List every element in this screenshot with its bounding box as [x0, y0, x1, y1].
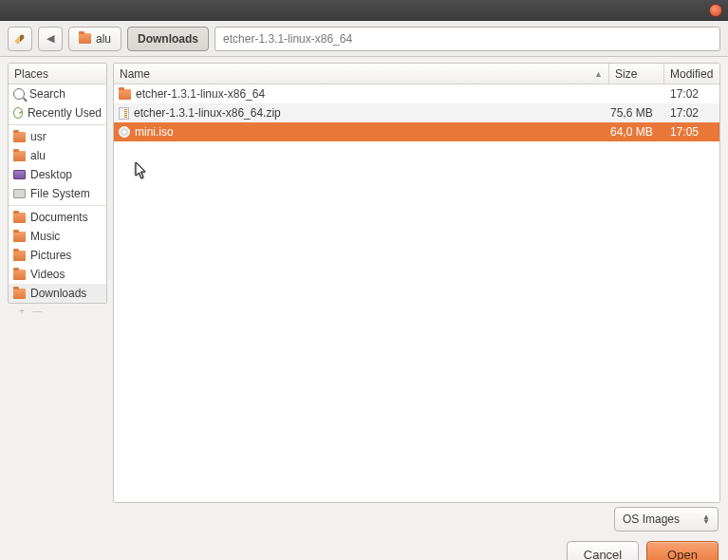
file-modified: 17:05 — [664, 122, 719, 141]
sidebar-item-label: Search — [29, 87, 65, 101]
desktop-icon — [13, 170, 26, 179]
sidebar-item[interactable]: Downloads — [9, 284, 106, 303]
file-list: Name ▲ Size Modified etcher-1.3.1-linux-… — [113, 63, 720, 503]
disc-icon — [119, 126, 130, 138]
sidebar-item[interactable]: Music — [9, 227, 106, 246]
places-header: Places — [9, 64, 106, 84]
file-modified: 17:02 — [664, 84, 719, 103]
file-name: etcher-1.3.1-linux-x86_64.zip — [134, 106, 281, 120]
places-sidebar: Places SearchRecently Used usraluDesktop… — [8, 63, 107, 304]
sidebar-item[interactable]: alu — [9, 146, 106, 165]
archive-icon — [119, 107, 129, 120]
sidebar-item[interactable]: Search — [9, 84, 106, 103]
sidebar-item-label: Documents — [30, 211, 88, 224]
filter-combo[interactable]: OS Images ▲▼ — [614, 507, 719, 532]
sidebar-item-label: Recently Used — [28, 106, 102, 120]
sidebar-item[interactable]: Desktop — [9, 165, 106, 184]
column-header-name[interactable]: Name ▲ — [114, 64, 609, 84]
path-label: alu — [96, 32, 111, 46]
sidebar-item-label: usr — [30, 130, 47, 143]
location-entry[interactable]: etcher-1.3.1-linux-x86_64 — [215, 27, 720, 51]
folder-icon — [13, 132, 26, 142]
file-row[interactable]: etcher-1.3.1-linux-x86_6417:02 — [114, 84, 719, 103]
sidebar-item-label: Downloads — [30, 287, 86, 300]
pencil-icon — [12, 30, 28, 47]
drive-icon — [13, 189, 26, 198]
window-titlebar — [0, 0, 728, 21]
sidebar-item-label: Videos — [30, 268, 65, 281]
sidebar-item-label: alu — [30, 149, 46, 162]
folder-icon — [13, 151, 26, 161]
sidebar-item-label: Desktop — [30, 168, 72, 181]
sidebar-item-label: Pictures — [30, 249, 71, 262]
path-segment-current[interactable]: Downloads — [127, 27, 209, 51]
file-modified: 17:02 — [664, 103, 719, 122]
sidebar-item[interactable]: Videos — [9, 265, 106, 284]
close-icon[interactable] — [709, 4, 722, 17]
places-add-remove[interactable]: + — — [8, 304, 107, 318]
folder-icon — [13, 232, 26, 242]
column-header-modified[interactable]: Modified — [664, 64, 719, 84]
file-row[interactable]: mini.iso64,0 MB17:05 — [114, 122, 719, 141]
updown-icon: ▲▼ — [702, 514, 710, 524]
folder-icon — [13, 213, 26, 223]
folder-icon — [13, 270, 26, 280]
sidebar-item[interactable]: usr — [9, 127, 106, 146]
folder-icon — [119, 89, 131, 100]
sidebar-item[interactable]: Recently Used — [9, 103, 106, 122]
cancel-button[interactable]: Cancel — [567, 541, 639, 560]
folder-icon — [79, 33, 91, 44]
file-row[interactable]: etcher-1.3.1-linux-x86_64.zip75,6 MB17:0… — [114, 103, 719, 122]
filter-label: OS Images — [623, 513, 680, 526]
path-segment-user[interactable]: alu — [68, 27, 121, 51]
folder-icon — [13, 289, 26, 299]
sidebar-item-label: File System — [30, 187, 90, 200]
folder-icon — [13, 251, 26, 261]
file-size: 75,6 MB — [605, 103, 660, 122]
file-size — [605, 84, 660, 103]
search-icon — [13, 88, 25, 100]
divider — [9, 124, 106, 125]
sidebar-item[interactable]: Pictures — [9, 246, 106, 265]
back-button[interactable]: ◀ — [38, 27, 63, 51]
sidebar-item[interactable]: File System — [9, 184, 106, 203]
column-header-size[interactable]: Size — [609, 64, 664, 84]
divider — [9, 205, 106, 206]
path-label: Downloads — [138, 32, 198, 46]
sort-asc-icon: ▲ — [594, 69, 603, 79]
toolbar: ◀ alu Downloads etcher-1.3.1-linux-x86_6… — [0, 21, 728, 57]
file-size: 64,0 MB — [605, 122, 660, 141]
clock-icon — [13, 107, 23, 119]
column-headers: Name ▲ Size Modified — [114, 64, 719, 84]
location-text: etcher-1.3.1-linux-x86_64 — [223, 32, 352, 46]
file-name: mini.iso — [135, 125, 174, 139]
sidebar-item[interactable]: Documents — [9, 208, 106, 227]
open-button[interactable]: Open — [646, 541, 719, 560]
file-name: etcher-1.3.1-linux-x86_64 — [136, 87, 265, 101]
sidebar-item-label: Music — [30, 230, 60, 243]
edit-path-button[interactable] — [8, 27, 32, 51]
